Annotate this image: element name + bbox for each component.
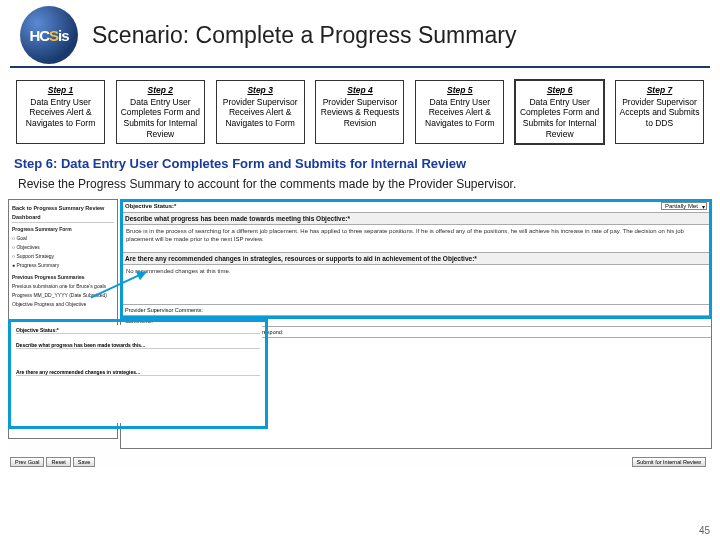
page-number: 45 bbox=[699, 525, 710, 536]
slide-header: HCSis Scenario: Complete a Progress Summ… bbox=[10, 0, 710, 68]
objective-status-select[interactable]: Partially Met bbox=[661, 202, 707, 210]
form-main-panel: Objective Status:* Partially Met Describ… bbox=[120, 199, 712, 449]
step-subheading: Step 6: Data Entry User Completes Form a… bbox=[0, 152, 720, 173]
changes-question-label: Are there any recommended changes in str… bbox=[121, 253, 711, 265]
progress-question-label: Describe what progress has been made tow… bbox=[121, 213, 711, 225]
instruction-text: Revise the Progress Summary to account f… bbox=[0, 173, 720, 199]
objective-status-label: Objective Status:* bbox=[125, 203, 661, 209]
slide-title: Scenario: Complete a Progress Summary bbox=[92, 22, 516, 49]
step-2: Step 2Data Entry User Completes Form and… bbox=[116, 80, 205, 144]
reset-button[interactable]: Reset bbox=[46, 457, 70, 467]
sidebar-item-support[interactable]: Support Strategy bbox=[12, 252, 114, 260]
objective-status-row: Objective Status:* Partially Met bbox=[121, 200, 711, 213]
step-bar: Step 1Data Entry User Receives Alert & N… bbox=[0, 68, 720, 152]
supervisor-comments-row: Provider Supervisor Comments: bbox=[121, 305, 711, 316]
progress-question-textarea[interactable]: Bruce is in the process of searching for… bbox=[121, 225, 711, 253]
sidebar-prev-label: Previous Progress Summaries bbox=[12, 273, 114, 281]
sidebar-back-link[interactable]: Back to Progress Summary Review Dashboar… bbox=[12, 204, 114, 223]
step-6: Step 6Data Entry User Completes Form and… bbox=[515, 80, 604, 144]
prev-goal-button[interactable]: Prev Goal bbox=[10, 457, 44, 467]
form-screenshot: Back to Progress Summary Review Dashboar… bbox=[8, 199, 712, 469]
sidebar-form-label: Progress Summary Form bbox=[12, 225, 114, 233]
dds-liaison-row: DDS Case Liaison / Intern: bbox=[121, 338, 711, 348]
step-3: Step 3Provider Supervisor Receives Alert… bbox=[216, 80, 305, 144]
profile-changes-row: Indicate if or how changes in Individual… bbox=[121, 327, 711, 338]
sidebar-item-progress[interactable]: Progress Summary bbox=[12, 261, 114, 269]
sidebar-item-goal[interactable]: Goal bbox=[12, 234, 114, 242]
hcsis-logo: HCSis bbox=[20, 6, 78, 64]
step-7: Step 7Provider Supervisor Accepts and Su… bbox=[615, 80, 704, 144]
save-button[interactable]: Save bbox=[73, 457, 96, 467]
submit-internal-review-button[interactable]: Submit for Internal Review bbox=[632, 457, 707, 467]
sidebar-prev-1[interactable]: Previous submission one for Bruce's goal… bbox=[12, 282, 114, 290]
sidebar-item-objectives[interactable]: Objectives bbox=[12, 243, 114, 251]
button-bar: Prev Goal Reset Save bbox=[10, 457, 95, 467]
step-5: Step 5Data Entry User Receives Alert & N… bbox=[415, 80, 504, 144]
comments-row: Comments: bbox=[121, 316, 711, 327]
changes-question-textarea[interactable]: No recommended changes at this time. bbox=[121, 265, 711, 305]
step-4: Step 4Provider Supervisor Reviews & Requ… bbox=[315, 80, 404, 144]
sidebar-prev-3[interactable]: Objective Progress and Objective bbox=[12, 300, 114, 308]
form-sidebar: Back to Progress Summary Review Dashboar… bbox=[8, 199, 118, 439]
step-1: Step 1Data Entry User Receives Alert & N… bbox=[16, 80, 105, 144]
